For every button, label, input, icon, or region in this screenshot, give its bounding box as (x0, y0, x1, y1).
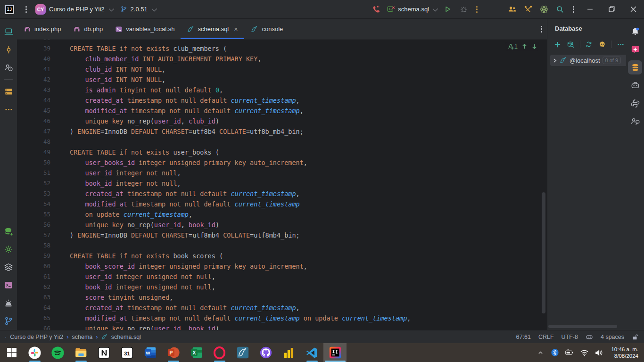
project-widget[interactable]: CY Curso de PHP y Yii2 (32, 2, 116, 16)
taskbar-app-excel[interactable]: X (185, 343, 208, 362)
copilot-status-icon[interactable] (586, 333, 593, 341)
search-everywhere-icon[interactable] (552, 2, 568, 16)
breadcrumb-project[interactable]: Curso de PHP y Yii2 (10, 334, 63, 340)
vcs-widget[interactable]: 2.0.51 (116, 4, 159, 15)
tool-button-more-icon[interactable] (1, 102, 16, 116)
tab-options-icon[interactable] (536, 22, 547, 36)
tab-schema.sql[interactable]: schema.sql× (181, 19, 245, 39)
line-number[interactable]: 51 (17, 168, 62, 178)
volume-icon[interactable] (594, 347, 604, 358)
bluetooth-icon[interactable] (550, 347, 560, 358)
taskbar-app-mysql-workbench[interactable] (231, 343, 254, 362)
more-options-icon[interactable] (615, 39, 626, 50)
taskbar-app-intellij-idea[interactable] (323, 343, 347, 362)
line-number[interactable]: 47 (17, 126, 62, 137)
taskbar-app-github-desktop[interactable] (254, 343, 277, 362)
line-number[interactable]: 52 (17, 178, 62, 189)
taskbar-app-notion-calendar[interactable]: 31 (116, 343, 139, 362)
main-menu-icon[interactable] (21, 2, 32, 16)
inspections-widget[interactable]: 1 (505, 42, 539, 51)
line-number[interactable]: 45 (17, 106, 62, 116)
indent-style[interactable]: 4 spaces (601, 334, 624, 340)
tab-db.php[interactable]: db.php (66, 19, 108, 39)
tool-button-chat-users-icon[interactable] (628, 114, 642, 128)
taskbar-clock[interactable]: 10:46 a. m. 8/08/2024 (608, 346, 638, 359)
tray-expand-icon[interactable] (535, 347, 545, 358)
tool-button-alarm-icon[interactable] (1, 296, 16, 310)
line-number[interactable]: 48 (17, 137, 62, 147)
taskbar-app-notion[interactable] (92, 343, 116, 362)
tool-button-contacts-help-icon[interactable] (1, 60, 16, 74)
editor-scrollbar[interactable] (542, 192, 545, 313)
tool-button-ai-assistant-icon[interactable] (628, 42, 642, 57)
line-number[interactable]: 49 (17, 147, 62, 157)
run-configuration-selector[interactable]: schema.sql (384, 3, 439, 15)
line-number[interactable]: 60 (17, 261, 62, 272)
tool-button-database-add-icon[interactable] (1, 224, 16, 239)
line-number[interactable]: 66 (17, 323, 62, 330)
line-number[interactable]: 53 (17, 189, 62, 199)
line-number[interactable]: 64 (17, 303, 62, 313)
tool-button-robot-icon[interactable] (628, 78, 642, 92)
restore-button[interactable] (601, 0, 622, 19)
tab-close-icon[interactable]: × (233, 25, 239, 33)
write-access-lock-icon[interactable] (632, 334, 638, 340)
jump-to-query-console-icon[interactable] (565, 39, 577, 50)
line-number[interactable]: 44 (17, 95, 62, 106)
line-number[interactable]: 43 (17, 85, 62, 95)
line-number[interactable]: 58 (17, 240, 62, 251)
line-number[interactable]: 54 (17, 199, 62, 209)
close-button[interactable] (622, 0, 644, 19)
taskbar-app-start[interactable] (0, 343, 23, 362)
line-number[interactable]: 41 (17, 64, 62, 74)
line-number[interactable]: 61 (17, 272, 62, 282)
tool-button-python-icon[interactable] (628, 96, 642, 110)
minimize-button[interactable] (579, 0, 601, 19)
run-more-actions-icon[interactable] (471, 2, 482, 16)
skull-plugin-icon[interactable] (596, 39, 608, 50)
line-number[interactable]: 56 (17, 220, 62, 230)
end-call-icon[interactable] (368, 2, 384, 16)
taskbar-app-vscode[interactable] (300, 343, 323, 362)
tool-button-laptop-icon[interactable] (1, 25, 16, 39)
tool-button-settings-gear-icon[interactable] (1, 242, 16, 256)
taskbar-app-opera-gx[interactable] (208, 343, 231, 362)
line-number[interactable]: 55 (17, 209, 62, 220)
intellij-app-icon[interactable]: IJ (5, 5, 14, 14)
line-number[interactable]: 40 (17, 54, 62, 64)
line-number[interactable]: 62 (17, 282, 62, 292)
tools-icon[interactable] (520, 2, 536, 16)
run-button[interactable] (439, 2, 455, 16)
battery-icon[interactable] (564, 347, 575, 358)
line-number[interactable]: 65 (17, 313, 62, 323)
database-panel-scrollbar[interactable] (548, 325, 617, 328)
taskbar-app-powerpoint[interactable]: P (162, 343, 185, 362)
breadcrumb-folder[interactable]: schema (72, 334, 93, 340)
taskbar-app-file-explorer[interactable] (69, 343, 92, 362)
tab-console[interactable]: console (244, 19, 289, 39)
tab-index.php[interactable]: index.php (17, 19, 66, 39)
code-editor[interactable]: 3839CREATE TABLE if not exists club_memb… (17, 40, 547, 330)
breadcrumb-file[interactable]: schema.sql (111, 334, 141, 340)
line-separator[interactable]: CRLF (538, 334, 554, 340)
debug-button[interactable] (455, 2, 471, 16)
taskbar-app-word[interactable]: W (139, 343, 162, 362)
taskbar-app-power-bi[interactable] (277, 343, 300, 362)
refresh-icon[interactable] (584, 39, 595, 50)
taskbar-app-slack[interactable] (23, 343, 46, 362)
taskbar-app-spotify[interactable] (46, 343, 69, 362)
wifi-icon[interactable] (579, 347, 589, 358)
tool-button-terminal-icon[interactable] (1, 278, 16, 292)
line-number[interactable]: 42 (17, 74, 62, 85)
line-number[interactable]: 39 (17, 43, 62, 54)
line-number[interactable]: 50 (17, 157, 62, 168)
line-number[interactable]: 38 (17, 40, 62, 43)
add-data-source-icon[interactable] (552, 39, 563, 50)
caret-position[interactable]: 67:61 (516, 334, 531, 340)
tool-button-database-tool-icon[interactable] (628, 60, 642, 74)
window-more-icon[interactable] (568, 2, 579, 16)
tab-variables_local.sh[interactable]: variables_local.sh (108, 19, 180, 39)
file-encoding[interactable]: UTF-8 (561, 334, 578, 340)
line-number[interactable]: 57 (17, 230, 62, 240)
tool-button-layers-icon[interactable] (1, 260, 16, 274)
